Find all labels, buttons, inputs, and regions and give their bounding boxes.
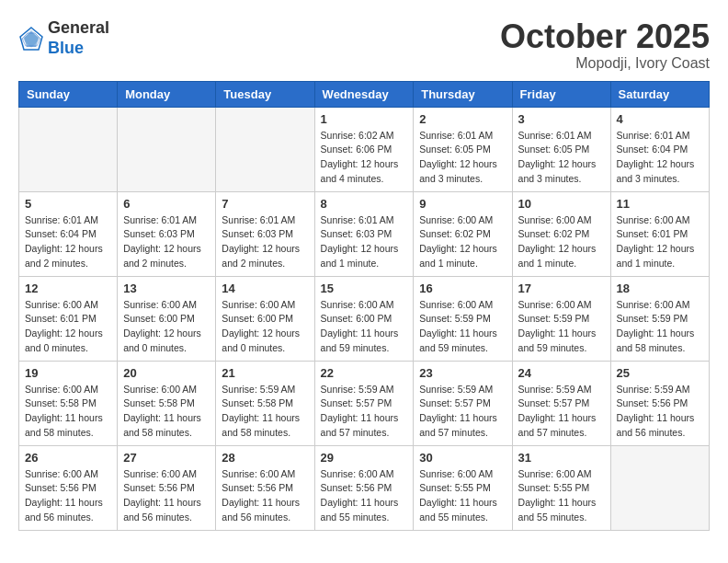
calendar-cell: 11Sunrise: 6:00 AMSunset: 6:01 PMDayligh… xyxy=(610,191,709,276)
calendar-cell: 10Sunrise: 6:00 AMSunset: 6:02 PMDayligh… xyxy=(512,191,610,276)
calendar-cell: 1Sunrise: 6:02 AMSunset: 6:06 PMDaylight… xyxy=(314,107,414,191)
calendar-cell: 14Sunrise: 6:00 AMSunset: 6:00 PMDayligh… xyxy=(216,276,314,361)
day-info: Sunrise: 6:00 AMSunset: 5:56 PMDaylight:… xyxy=(222,467,308,525)
calendar-cell: 13Sunrise: 6:00 AMSunset: 6:00 PMDayligh… xyxy=(118,276,216,361)
calendar-cell: 15Sunrise: 6:00 AMSunset: 6:00 PMDayligh… xyxy=(314,276,414,361)
day-info: Sunrise: 6:00 AMSunset: 6:00 PMDaylight:… xyxy=(123,298,210,356)
day-info: Sunrise: 6:00 AMSunset: 5:59 PMDaylight:… xyxy=(617,298,703,356)
day-number: 15 xyxy=(321,282,408,295)
logo-general: General xyxy=(48,18,109,39)
calendar-cell xyxy=(118,107,216,191)
weekday-header: Tuesday xyxy=(216,81,314,107)
day-number: 7 xyxy=(222,197,308,211)
calendar-cell: 23Sunrise: 5:59 AMSunset: 5:57 PMDayligh… xyxy=(414,361,512,445)
month-title: October 2025 xyxy=(500,18,710,55)
calendar-cell: 27Sunrise: 6:00 AMSunset: 5:56 PMDayligh… xyxy=(118,445,216,530)
weekday-header-row: SundayMondayTuesdayWednesdayThursdayFrid… xyxy=(19,81,710,107)
calendar-cell xyxy=(610,445,709,530)
calendar-cell: 26Sunrise: 6:00 AMSunset: 5:56 PMDayligh… xyxy=(19,445,118,530)
calendar-cell: 30Sunrise: 6:00 AMSunset: 5:55 PMDayligh… xyxy=(414,445,512,530)
calendar-cell: 17Sunrise: 6:00 AMSunset: 5:59 PMDayligh… xyxy=(512,276,610,361)
location-title: Mopodji, Ivory Coast xyxy=(500,55,710,72)
day-number: 12 xyxy=(25,282,111,295)
day-info: Sunrise: 6:00 AMSunset: 6:01 PMDaylight:… xyxy=(25,298,111,356)
day-number: 28 xyxy=(222,451,308,465)
day-info: Sunrise: 6:01 AMSunset: 6:03 PMDaylight:… xyxy=(222,213,308,271)
day-number: 21 xyxy=(222,366,308,380)
calendar-cell: 31Sunrise: 6:00 AMSunset: 5:55 PMDayligh… xyxy=(512,445,610,530)
day-number: 3 xyxy=(518,112,605,126)
weekday-header: Saturday xyxy=(610,81,709,107)
day-number: 16 xyxy=(419,282,506,295)
weekday-header: Thursday xyxy=(414,81,512,107)
day-number: 24 xyxy=(518,366,605,380)
day-number: 4 xyxy=(617,112,703,126)
weekday-header: Monday xyxy=(118,81,216,107)
day-info: Sunrise: 6:00 AMSunset: 5:55 PMDaylight:… xyxy=(419,467,506,525)
day-info: Sunrise: 6:00 AMSunset: 5:56 PMDaylight:… xyxy=(123,467,210,525)
calendar-cell: 22Sunrise: 5:59 AMSunset: 5:57 PMDayligh… xyxy=(314,361,414,445)
day-number: 26 xyxy=(25,451,111,465)
calendar-cell: 9Sunrise: 6:00 AMSunset: 6:02 PMDaylight… xyxy=(414,191,512,276)
day-number: 5 xyxy=(25,197,111,211)
day-info: Sunrise: 6:01 AMSunset: 6:04 PMDaylight:… xyxy=(25,213,111,271)
day-number: 30 xyxy=(419,451,506,465)
day-info: Sunrise: 6:00 AMSunset: 6:00 PMDaylight:… xyxy=(222,298,308,356)
calendar-cell: 6Sunrise: 6:01 AMSunset: 6:03 PMDaylight… xyxy=(118,191,216,276)
day-number: 23 xyxy=(419,366,506,380)
day-number: 31 xyxy=(518,451,605,465)
logo: General Blue xyxy=(18,18,109,58)
day-number: 11 xyxy=(617,197,703,211)
day-info: Sunrise: 5:59 AMSunset: 5:57 PMDaylight:… xyxy=(419,383,506,441)
day-info: Sunrise: 6:00 AMSunset: 6:02 PMDaylight:… xyxy=(419,213,506,271)
day-info: Sunrise: 5:59 AMSunset: 5:58 PMDaylight:… xyxy=(222,383,308,441)
logo-icon xyxy=(18,26,44,52)
day-info: Sunrise: 6:01 AMSunset: 6:04 PMDaylight:… xyxy=(617,129,703,187)
calendar-cell: 12Sunrise: 6:00 AMSunset: 6:01 PMDayligh… xyxy=(19,276,118,361)
header: General Blue October 2025 Mopodji, Ivory… xyxy=(18,18,710,72)
calendar-cell xyxy=(216,107,314,191)
week-row: 5Sunrise: 6:01 AMSunset: 6:04 PMDaylight… xyxy=(19,191,710,276)
day-number: 25 xyxy=(617,366,703,380)
svg-marker-3 xyxy=(24,31,39,47)
day-info: Sunrise: 6:01 AMSunset: 6:03 PMDaylight:… xyxy=(123,213,210,271)
day-number: 2 xyxy=(419,112,506,126)
calendar-cell: 18Sunrise: 6:00 AMSunset: 5:59 PMDayligh… xyxy=(610,276,709,361)
day-number: 20 xyxy=(123,366,210,380)
calendar-cell xyxy=(19,107,118,191)
day-info: Sunrise: 6:01 AMSunset: 6:03 PMDaylight:… xyxy=(321,213,408,271)
day-info: Sunrise: 6:00 AMSunset: 5:58 PMDaylight:… xyxy=(25,383,111,441)
day-info: Sunrise: 5:59 AMSunset: 5:57 PMDaylight:… xyxy=(321,383,408,441)
calendar-cell: 25Sunrise: 5:59 AMSunset: 5:56 PMDayligh… xyxy=(610,361,709,445)
calendar-cell: 2Sunrise: 6:01 AMSunset: 6:05 PMDaylight… xyxy=(414,107,512,191)
day-number: 10 xyxy=(518,197,605,211)
day-number: 18 xyxy=(617,282,703,295)
logo-blue: Blue xyxy=(48,39,109,59)
day-number: 17 xyxy=(518,282,605,295)
day-info: Sunrise: 6:00 AMSunset: 5:56 PMDaylight:… xyxy=(321,467,408,525)
calendar-cell: 19Sunrise: 6:00 AMSunset: 5:58 PMDayligh… xyxy=(19,361,118,445)
day-info: Sunrise: 6:02 AMSunset: 6:06 PMDaylight:… xyxy=(321,129,408,187)
day-info: Sunrise: 6:00 AMSunset: 6:01 PMDaylight:… xyxy=(617,213,703,271)
calendar-cell: 3Sunrise: 6:01 AMSunset: 6:05 PMDaylight… xyxy=(512,107,610,191)
day-info: Sunrise: 6:01 AMSunset: 6:05 PMDaylight:… xyxy=(518,129,605,187)
day-number: 9 xyxy=(419,197,506,211)
logo-text: General Blue xyxy=(48,18,109,58)
day-info: Sunrise: 6:00 AMSunset: 5:58 PMDaylight:… xyxy=(123,383,210,441)
weekday-header: Sunday xyxy=(19,81,118,107)
calendar-cell: 7Sunrise: 6:01 AMSunset: 6:03 PMDaylight… xyxy=(216,191,314,276)
day-info: Sunrise: 5:59 AMSunset: 5:57 PMDaylight:… xyxy=(518,383,605,441)
calendar-cell: 5Sunrise: 6:01 AMSunset: 6:04 PMDaylight… xyxy=(19,191,118,276)
day-info: Sunrise: 5:59 AMSunset: 5:56 PMDaylight:… xyxy=(617,383,703,441)
calendar-cell: 20Sunrise: 6:00 AMSunset: 5:58 PMDayligh… xyxy=(118,361,216,445)
day-number: 14 xyxy=(222,282,308,295)
calendar-cell: 21Sunrise: 5:59 AMSunset: 5:58 PMDayligh… xyxy=(216,361,314,445)
day-number: 1 xyxy=(321,112,408,126)
calendar: SundayMondayTuesdayWednesdayThursdayFrid… xyxy=(18,81,710,531)
day-info: Sunrise: 6:00 AMSunset: 5:59 PMDaylight:… xyxy=(419,298,506,356)
day-number: 27 xyxy=(123,451,210,465)
calendar-cell: 8Sunrise: 6:01 AMSunset: 6:03 PMDaylight… xyxy=(314,191,414,276)
day-info: Sunrise: 6:00 AMSunset: 5:59 PMDaylight:… xyxy=(518,298,605,356)
week-row: 19Sunrise: 6:00 AMSunset: 5:58 PMDayligh… xyxy=(19,361,710,445)
calendar-cell: 24Sunrise: 5:59 AMSunset: 5:57 PMDayligh… xyxy=(512,361,610,445)
